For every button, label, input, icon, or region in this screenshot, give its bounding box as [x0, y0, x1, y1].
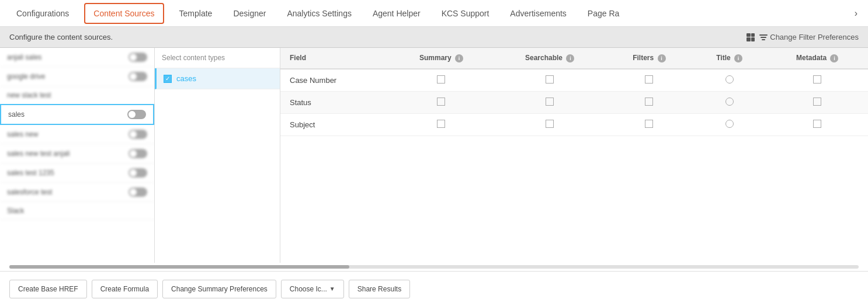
sidebar-item-label: sales [8, 110, 25, 119]
column-header-metadata: Metadata i [766, 48, 868, 69]
column-header-title: Title i [692, 48, 767, 69]
summary-cell-status[interactable] [390, 91, 494, 113]
nav-item-page-ra[interactable]: Page Ra [577, 0, 630, 26]
filters-checkbox-case-number[interactable] [645, 75, 653, 84]
title-cell-subject[interactable] [692, 113, 767, 135]
header-right: Change Filter Preferences [747, 33, 859, 41]
toggle-sales-new-test-anjali[interactable] [129, 149, 147, 158]
table-header-row: Field Summary i Searchable i Filters i [280, 48, 868, 69]
metadata-cell-subject[interactable] [766, 113, 868, 135]
nav-item-kcs-support[interactable]: KCS Support [431, 0, 500, 26]
toggle-salesforce-test[interactable] [129, 187, 147, 197]
title-radio-subject[interactable] [725, 120, 734, 128]
sidebar: anjali sales google drive new slack test… [0, 48, 155, 263]
title-radio-status[interactable] [725, 98, 734, 106]
nav-item-configurations[interactable]: Configurations [6, 0, 79, 26]
title-cell-case-number[interactable] [692, 69, 767, 92]
filters-cell-subject[interactable] [606, 113, 692, 135]
toggle-sales-test-1235[interactable] [129, 168, 147, 178]
metadata-checkbox-status[interactable] [813, 98, 821, 106]
filters-checkbox-status[interactable] [645, 98, 653, 106]
sidebar-item-label: sales new test anjali [7, 149, 70, 158]
change-summary-preferences-button[interactable]: Change Summary Preferences [162, 280, 276, 298]
filters-checkbox-subject[interactable] [645, 120, 653, 128]
sidebar-item-label: new slack test [7, 91, 51, 99]
content-area: anjali sales google drive new slack test… [0, 48, 868, 263]
field-case-number: Case Number [280, 69, 390, 92]
summary-cell-subject[interactable] [390, 113, 494, 135]
searchable-checkbox-subject[interactable] [546, 120, 554, 128]
main-container: Configure the content sources. Change Fi… [0, 27, 868, 306]
toggle-google-drive[interactable] [129, 72, 147, 81]
summary-checkbox-subject[interactable] [437, 120, 445, 128]
sidebar-item-anjali-sales[interactable]: anjali sales [0, 48, 154, 67]
sidebar-item-google-drive[interactable]: google drive [0, 67, 154, 86]
metadata-checkbox-case-number[interactable] [813, 75, 821, 84]
create-base-href-button[interactable]: Create Base HREF [9, 280, 87, 298]
top-navigation: Configurations Content Sources Template … [0, 0, 868, 27]
cases-label: cases [176, 74, 196, 83]
title-info-icon[interactable]: i [734, 54, 742, 62]
create-formula-button[interactable]: Create Formula [92, 280, 158, 298]
column-header-searchable: Searchable i [493, 48, 606, 69]
sidebar-item-label: google drive [7, 72, 45, 81]
metadata-info-icon[interactable]: i [830, 54, 838, 62]
horizontal-scrollbar[interactable] [9, 265, 859, 269]
toggle-anjali-sales[interactable] [129, 53, 147, 62]
filters-cell-status[interactable] [606, 91, 692, 113]
metadata-checkbox-subject[interactable] [813, 120, 821, 128]
filters-cell-case-number[interactable] [606, 69, 692, 92]
metadata-cell-case-number[interactable] [766, 69, 868, 92]
summary-checkbox-case-number[interactable] [437, 75, 445, 84]
nav-item-analytics-settings[interactable]: Analytics Settings [276, 0, 362, 26]
sidebar-item-sales-new[interactable]: sales new [0, 125, 154, 144]
sidebar-item-label: salesforce test [7, 188, 52, 196]
searchable-checkbox-status[interactable] [546, 98, 554, 106]
searchable-cell-status[interactable] [493, 91, 606, 113]
scrollbar-thumb[interactable] [9, 265, 349, 269]
nav-item-template[interactable]: Template [169, 0, 223, 26]
sidebar-item-salesforce-test[interactable]: salesforce test [0, 183, 154, 202]
table-area: Field Summary i Searchable i Filters i [280, 48, 868, 263]
sidebar-item-slack[interactable]: Slack [0, 202, 154, 220]
cases-checkbox[interactable]: ✓ [164, 75, 172, 83]
summary-cell-case-number[interactable] [390, 69, 494, 92]
nav-more-button[interactable]: › [850, 0, 862, 26]
searchable-checkbox-case-number[interactable] [546, 75, 554, 84]
toggle-sales-new[interactable] [129, 130, 147, 139]
horizontal-scrollbar-area[interactable] [0, 263, 868, 271]
sidebar-item-sales[interactable]: sales [0, 104, 154, 125]
metadata-cell-status[interactable] [766, 91, 868, 113]
content-type-cases[interactable]: ✓ cases [155, 68, 280, 89]
share-results-button[interactable]: Share Results [349, 280, 410, 298]
choose-icon-button[interactable]: Choose Ic... ▼ [281, 280, 344, 298]
title-radio-case-number[interactable] [725, 75, 734, 84]
sidebar-item-new-slack-test[interactable]: new slack test [0, 86, 154, 104]
summary-checkbox-status[interactable] [437, 98, 445, 106]
table-row: Subject [280, 113, 868, 135]
nav-item-designer[interactable]: Designer [223, 0, 276, 26]
content-types-header: Select content types [155, 48, 280, 68]
choose-icon-dropdown-arrow: ▼ [329, 286, 335, 292]
filters-info-icon[interactable]: i [658, 54, 666, 62]
nav-item-agent-helper[interactable]: Agent Helper [362, 0, 431, 26]
searchable-cell-case-number[interactable] [493, 69, 606, 92]
sidebar-item-label: sales test 1235 [7, 169, 54, 177]
nav-item-content-sources[interactable]: Content Sources [84, 3, 164, 24]
sidebar-item-sales-new-test-anjali[interactable]: sales new test anjali [0, 144, 154, 164]
table-row: Status [280, 91, 868, 113]
field-status: Status [280, 91, 390, 113]
title-cell-status[interactable] [692, 91, 767, 113]
grid-view-icon[interactable] [747, 33, 755, 41]
change-filter-preferences-button[interactable]: Change Filter Preferences [759, 33, 859, 41]
table-row: Case Number [280, 69, 868, 92]
bottom-bar: Create Base HREF Create Formula Change S… [0, 271, 868, 306]
searchable-cell-subject[interactable] [493, 113, 606, 135]
nav-item-advertisements[interactable]: Advertisements [499, 0, 577, 26]
choose-icon-label: Choose Ic... [290, 285, 327, 293]
searchable-info-icon[interactable]: i [566, 54, 574, 62]
toggle-sales[interactable] [127, 110, 146, 119]
sidebar-item-sales-test-1235[interactable]: sales test 1235 [0, 164, 154, 183]
header-bar: Configure the content sources. Change Fi… [0, 27, 868, 48]
summary-info-icon[interactable]: i [455, 54, 463, 62]
